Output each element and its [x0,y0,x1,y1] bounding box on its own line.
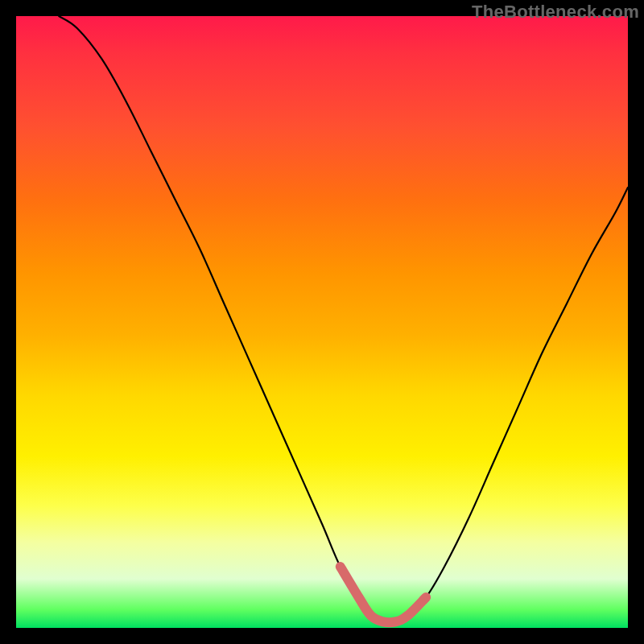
background-gradient [16,16,628,628]
plot-area [16,16,628,628]
watermark-text: TheBottleneck.com [472,2,639,23]
chart-frame: TheBottleneck.com [0,0,644,644]
